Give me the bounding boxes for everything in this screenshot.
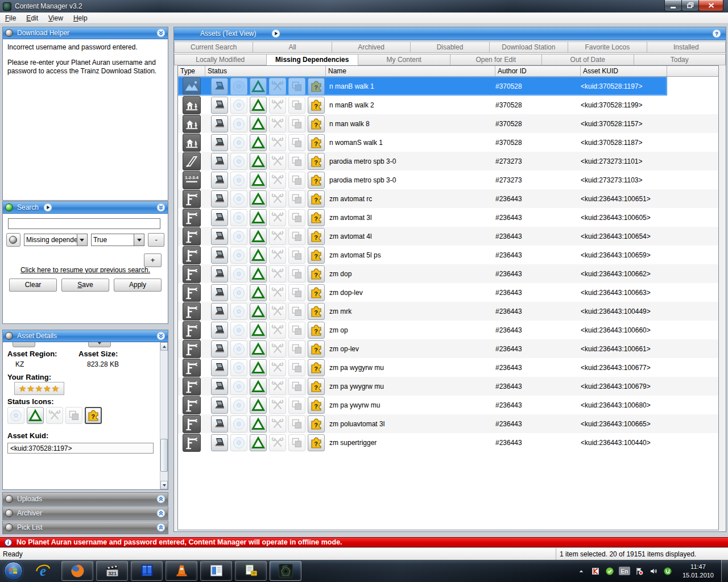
language-indicator[interactable]: En	[619, 567, 630, 575]
laptop-icon[interactable]	[211, 78, 228, 95]
menu-file[interactable]: File	[0, 13, 21, 23]
disc-icon[interactable]	[230, 303, 247, 320]
clear-button[interactable]: Clear	[9, 278, 57, 292]
question-puzzle-icon[interactable]: ?	[308, 378, 325, 395]
disc-icon[interactable]	[230, 78, 247, 95]
laptop-icon[interactable]	[211, 397, 228, 414]
archiver-header[interactable]: Archiver	[3, 507, 168, 519]
green-triangle-icon[interactable]	[250, 228, 267, 245]
vlc-icon[interactable]	[166, 561, 197, 581]
disc-icon[interactable]	[230, 247, 247, 264]
green-triangle-icon[interactable]	[250, 434, 267, 451]
collapse-panel-button[interactable]	[156, 28, 166, 38]
laptop-icon[interactable]	[211, 359, 228, 376]
details-scrollbar[interactable]	[160, 342, 168, 489]
tools-icon[interactable]	[269, 228, 286, 245]
disc-icon[interactable]	[230, 153, 247, 170]
green-triangle-icon[interactable]	[250, 284, 267, 301]
filter-orb-button[interactable]	[6, 233, 20, 247]
question-puzzle-icon[interactable]: ?	[308, 434, 325, 451]
green-triangle-icon[interactable]	[250, 359, 267, 376]
tools-icon[interactable]	[269, 172, 286, 189]
laptop-icon[interactable]	[211, 340, 228, 357]
copies-icon[interactable]	[288, 303, 305, 320]
file-manager-icon[interactable]	[131, 561, 163, 581]
clipped-button[interactable]	[13, 342, 35, 347]
table-row[interactable]: ?n womanS walk 1#370528<kuid:370528:1187…	[178, 133, 718, 152]
laptop-icon[interactable]	[211, 378, 228, 395]
copies-icon[interactable]	[288, 284, 305, 301]
green-triangle-icon[interactable]	[250, 247, 267, 264]
tools-icon[interactable]	[269, 115, 286, 132]
table-row[interactable]: ?parodia metro spb 3-0#273273<kuid:27327…	[178, 152, 718, 171]
question-puzzle-icon[interactable]: ?	[308, 78, 325, 95]
copies-icon[interactable]	[288, 247, 305, 264]
expand-panel-button[interactable]	[156, 509, 166, 518]
table-row[interactable]: ?zm pa ywygrw mu#236443<kuid:236443:1006…	[178, 377, 718, 396]
question-puzzle-icon[interactable]: ?	[308, 359, 325, 376]
laptop-icon[interactable]	[211, 190, 228, 207]
disc-icon[interactable]	[230, 115, 247, 132]
start-button[interactable]	[2, 560, 24, 582]
disc-icon[interactable]	[230, 434, 247, 451]
laptop-icon[interactable]	[211, 115, 228, 132]
laptop-icon[interactable]	[211, 153, 228, 170]
disc-icon[interactable]	[230, 378, 247, 395]
chevron-down-icon[interactable]	[134, 234, 144, 246]
green-triangle-icon[interactable]	[250, 97, 267, 114]
firefox-icon[interactable]	[61, 561, 93, 581]
tab-current-search[interactable]: Current Search	[174, 41, 253, 53]
search-menu-button[interactable]	[43, 203, 52, 213]
tab-my-content[interactable]: My Content	[358, 54, 450, 65]
tools-icon[interactable]	[269, 284, 286, 301]
table-row[interactable]: ?zm op#236443<kuid:236443:100660>	[178, 321, 718, 339]
tools-icon[interactable]	[269, 434, 286, 451]
disc-icon[interactable]	[230, 322, 247, 339]
table-row[interactable]: ?zm pa wygyrw mu#236443<kuid:236443:1006…	[178, 358, 718, 377]
copies-icon[interactable]	[288, 322, 305, 339]
copies-icon[interactable]	[288, 97, 305, 114]
tools-icon[interactable]	[269, 97, 286, 114]
tools-icon[interactable]	[269, 265, 286, 282]
disc-icon[interactable]	[7, 407, 24, 424]
disc-icon[interactable]	[230, 340, 247, 357]
laptop-icon[interactable]	[211, 415, 228, 433]
close-button[interactable]	[698, 0, 723, 11]
chevron-down-icon[interactable]	[77, 234, 87, 246]
question-puzzle-icon[interactable]: ?	[308, 153, 325, 170]
laptop-icon[interactable]	[211, 303, 228, 320]
column-header-asset-kuid[interactable]: Asset KUID	[581, 66, 667, 76]
table-row[interactable]: ?zm pa ywyrw mu#236443<kuid:236443:10068…	[178, 396, 718, 414]
tools-icon[interactable]	[269, 209, 286, 226]
copies-icon[interactable]	[288, 378, 305, 395]
disc-icon[interactable]	[230, 228, 247, 245]
tab-locally-modified[interactable]: Locally Modified	[174, 54, 267, 65]
tab-today[interactable]: Today	[634, 54, 726, 65]
help-button[interactable]: ?	[712, 29, 721, 39]
collapse-panel-button[interactable]	[156, 331, 166, 341]
tools-icon[interactable]	[269, 134, 286, 151]
disc-icon[interactable]	[230, 209, 247, 226]
clipped-dropdown-button[interactable]	[88, 342, 111, 347]
table-row[interactable]: ?n man walk 8#370528<kuid:370528:1157>	[178, 114, 718, 133]
kuid-field[interactable]	[7, 443, 154, 454]
question-puzzle-icon[interactable]: ?	[308, 284, 325, 301]
menu-help[interactable]: Help	[68, 13, 93, 23]
green-triangle-icon[interactable]	[250, 153, 267, 170]
tray-expand-icon[interactable]	[576, 566, 586, 576]
question-puzzle-icon[interactable]: ?	[308, 190, 325, 207]
disc-icon[interactable]	[230, 134, 247, 151]
laptop-icon[interactable]	[211, 434, 228, 451]
document-viewer-icon[interactable]	[200, 561, 232, 581]
download-helper-header[interactable]: Download Helper	[3, 27, 168, 39]
expand-panel-button[interactable]	[156, 494, 166, 504]
question-puzzle-icon[interactable]: ?	[308, 228, 325, 245]
antivirus-icon[interactable]	[590, 566, 600, 576]
notes-icon[interactable]	[235, 561, 267, 581]
question-puzzle-icon[interactable]: ?	[308, 265, 325, 282]
messenger-icon[interactable]	[605, 566, 614, 576]
search-input[interactable]	[8, 218, 160, 229]
question-puzzle-icon[interactable]: ?	[308, 415, 325, 433]
green-triangle-icon[interactable]	[250, 115, 267, 132]
scroll-thumb[interactable]	[160, 439, 168, 472]
